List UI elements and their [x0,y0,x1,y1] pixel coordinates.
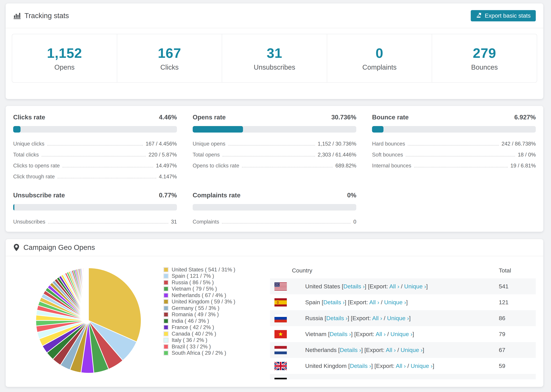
flag-vn-icon [275,330,287,338]
rate-row: Click through rate 4.147% [13,171,177,182]
legend-item: Spain ( 121 / 7% ) [163,273,257,280]
details-link[interactable]: Details › [332,378,354,379]
stat-box: 1,152 Opens [12,34,117,82]
rate-row-label: Internal bounces [372,163,411,169]
export-all-link[interactable]: All › [386,347,396,353]
details-link[interactable]: Details › [323,299,345,305]
stat-label: Clicks [160,63,179,71]
legend-item: Brazil ( 33 / 2% ) [163,343,257,350]
progress-fill [372,126,383,133]
rate-row-value: 0 [353,219,356,225]
progress-bar [13,126,177,133]
progress-fill [193,126,243,133]
tracking-stats-card: Tracking stats Export basic stats 1,152 … [6,3,543,99]
export-all-link[interactable]: All › [369,299,379,305]
rate-row: Unique opens 1,152 / 30.736% [193,138,356,149]
dotted-leader [63,167,153,168]
rate-row-value: 689.82% [335,163,356,169]
rate-row: Internal bounces 19 / 6.81% [372,160,536,171]
export-basic-stats-button[interactable]: Export basic stats [471,10,536,21]
total-value: 55 [499,378,531,379]
export-unique-link[interactable]: Unique › [384,299,406,305]
total-value: 86 [499,315,531,322]
legend-swatch [163,344,169,349]
legend-item: South Africa ( 29 / 2% ) [163,350,257,357]
total-value: 541 [499,283,531,290]
geo-pie-chart [34,266,143,375]
legend-swatch [163,267,169,272]
progress-fill [13,126,21,133]
table-row: Russia [Details ›] [Export: All › / Uniq… [270,310,536,326]
rate-row-value: 220 / 5.87% [148,152,177,158]
rates-grid: Clicks rate 4.46% Unique clicks 167 / 4.… [6,106,543,234]
rate-row-label: Unique opens [193,141,225,147]
legend-swatch [163,312,169,317]
progress-bar [13,204,177,210]
progress-bar [372,126,536,133]
legend-item: India ( 46 / 3% ) [163,318,257,324]
legend-swatch [163,293,169,298]
legend-label: Brazil ( 33 / 2% ) [172,343,211,350]
details-link[interactable]: Details › [340,347,361,353]
export-all-link[interactable]: All › [372,315,382,321]
stat-value: 279 [473,45,496,61]
rate-row-value: 18 / 0% [518,152,536,158]
rate-row-label: Total opens [193,152,220,158]
rate-row: Total clicks 220 / 5.87% [13,149,177,160]
details-link[interactable]: Details › [326,315,347,321]
legend-swatch [163,338,169,343]
legend-swatch [163,350,169,356]
rate-title: Clicks rate [13,114,45,121]
rate-row-label: Total clicks [13,152,39,158]
stat-value: 0 [376,45,383,61]
pie-legend: United States ( 541 / 31% ) Spain ( 121 … [163,266,257,379]
rate-row-label: Unsubscribes [13,219,45,225]
rate-card: Complaints rate 0% Complaints 0 [193,192,356,227]
legend-label: United Kingdom ( 59 / 3% ) [172,299,235,305]
rate-row: Complaints 0 [193,216,356,227]
export-all-link[interactable]: All › [378,378,389,379]
table-row: Vietnam [Details ›] [Export: All › / Uni… [270,326,536,342]
rate-row-label: Complaints [193,219,219,225]
rate-row-label: Unique clicks [13,141,44,147]
export-unique-link[interactable]: Unique › [387,315,409,321]
legend-item: France ( 42 / 2% ) [163,324,257,331]
legend-item: Vietnam ( 79 / 5% ) [163,286,257,292]
export-unique-link[interactable]: Unique › [393,378,415,379]
details-link[interactable]: Details › [350,363,371,369]
flag-us-icon [275,282,287,291]
rate-value: 6.927% [514,114,536,121]
export-unique-link[interactable]: Unique › [411,363,433,369]
legend-label: Russia ( 86 / 5% ) [172,280,214,286]
export-all-link[interactable]: All › [389,283,399,290]
legend-label: Romania ( 49 / 3% ) [172,311,219,318]
stat-label: Complaints [362,63,397,71]
column-header-country: Country [275,267,499,274]
dotted-leader [47,145,143,146]
export-arrow-icon [476,12,482,20]
legend-item: United Kingdom ( 59 / 3% ) [163,299,257,305]
rate-value: 0% [347,192,356,199]
details-link[interactable]: Details › [343,283,365,290]
legend-item: United States ( 541 / 31% ) [163,266,257,273]
legend-swatch [163,273,169,279]
flag-nl-icon [275,346,287,354]
export-all-link[interactable]: All › [376,331,386,337]
export-unique-link[interactable]: Unique › [404,283,426,290]
stat-value: 1,152 [47,45,82,61]
total-value: 79 [499,331,531,337]
details-link[interactable]: Details › [330,331,351,337]
export-unique-link[interactable]: Unique › [401,347,423,353]
rate-row-value: 4.147% [159,174,177,180]
country-name: Russia [305,315,323,321]
export-unique-link[interactable]: Unique › [390,331,413,337]
legend-swatch [163,325,169,330]
rate-row-value: 1,152 / 30.736% [318,141,356,147]
rate-row: Hard bounces 242 / 86.738% [372,138,536,149]
flag-de-icon [275,378,287,379]
rate-row: Unique clicks 167 / 4.456% [13,138,177,149]
legend-label: Italy ( 36 / 2% ) [172,337,207,343]
export-all-link[interactable]: All › [396,363,406,369]
legend-swatch [163,306,169,311]
legend-swatch [163,286,169,291]
